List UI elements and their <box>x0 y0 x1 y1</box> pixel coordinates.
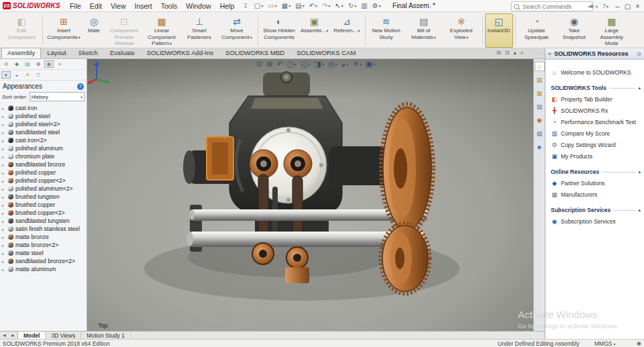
dropdown-caret-icon[interactable]: ▾ <box>360 62 362 66</box>
dropdown-caret-icon[interactable]: ▾ <box>466 36 468 40</box>
tab-solidworks-add-ins[interactable]: SOLIDWORKS Add-Ins <box>141 48 219 58</box>
displaymanager-tab-icon[interactable]: ◉ <box>44 60 54 68</box>
expand-arrow-icon[interactable]: ▸ <box>2 243 6 248</box>
undo-icon[interactable]: ↶ ▾ <box>309 3 317 9</box>
dimxpertmanager-tab-icon[interactable]: ⊕ <box>34 60 43 68</box>
solidworks-rx-link[interactable]: ╋ SOLIDWORKS Rx <box>551 107 641 114</box>
flyout-expand-icon[interactable]: » <box>55 60 64 68</box>
dropdown-caret-icon[interactable]: ▾ <box>308 62 310 66</box>
dropdown-caret-icon[interactable]: ▾ <box>354 3 356 8</box>
expand-arrow-icon[interactable]: ▸ <box>2 170 6 175</box>
dropdown-caret-icon[interactable]: ▾ <box>80 95 83 99</box>
close-button[interactable]: × <box>633 3 642 10</box>
appearance-item[interactable]: ▸ sandblasted steel <box>0 128 87 136</box>
appearance-item[interactable]: ▸ sandblasted bronze<2> <box>0 257 87 265</box>
expand-arrow-icon[interactable]: ▸ <box>2 114 6 119</box>
appearance-item[interactable]: ▸ brushed copper<2> <box>0 209 87 217</box>
dropdown-caret-icon[interactable]: ▾ <box>434 36 436 40</box>
dropdown-caret-icon[interactable]: ▾ <box>170 42 172 46</box>
dropdown-caret-icon[interactable]: ▾ <box>78 36 80 40</box>
appearance-item[interactable]: ▸ matte bronze<2> <box>0 241 87 249</box>
chevron-up-icon[interactable]: ▴ <box>638 85 641 91</box>
bill-of-materials-button[interactable]: ▤ Bill of Materials▾ <box>405 13 443 48</box>
expand-arrow-icon[interactable]: ▸ <box>2 122 6 127</box>
dropdown-caret-icon[interactable]: ▾ <box>322 62 324 66</box>
expand-arrow-icon[interactable]: ▸ <box>2 195 6 199</box>
expand-arrow-icon[interactable]: ▸ <box>2 154 6 159</box>
view-orientation-icon[interactable]: ◱ ▾ <box>301 60 310 68</box>
propertymanager-tab-icon[interactable]: ◈ <box>12 60 21 68</box>
expand-arrow-icon[interactable]: ▸ <box>2 106 6 111</box>
property-tab-builder-link[interactable]: ◧ Property Tab Builder <box>551 96 641 103</box>
appearance-item[interactable]: ▸ polished steel<2> <box>0 120 87 128</box>
tab-sketch[interactable]: Sketch <box>72 48 104 58</box>
expand-arrow-icon[interactable]: ▸ <box>2 267 6 272</box>
expand-arrow-icon[interactable]: ▸ <box>2 227 6 232</box>
file-explorer-tab-icon[interactable]: ▦ <box>535 89 545 98</box>
tab-scroll-right-icon[interactable]: ► <box>9 333 17 338</box>
appearance-item[interactable]: ▸ matte bronze <box>0 233 87 241</box>
show-hidden-components-button[interactable]: ◐ Show Hidden Components <box>260 13 298 48</box>
dropdown-caret-icon[interactable]: ▾ <box>303 3 305 8</box>
close-document-icon[interactable]: × <box>520 50 523 56</box>
update-speedpak-button[interactable]: ◔ Update Speedpak <box>518 13 555 48</box>
configurationmanager-tab-icon[interactable]: ▤ <box>23 60 32 68</box>
appearances-scenes-tab-icon[interactable]: ◉ <box>535 115 545 125</box>
dropdown-caret-icon[interactable]: ▾ <box>341 3 343 8</box>
dropdown-caret-icon[interactable]: ▾ <box>275 3 277 8</box>
linear-component-pattern-button[interactable]: ▦ Linear Component Pattern▾ <box>143 13 180 48</box>
partner-solutions-link[interactable]: ◆ Partner Solutions <box>551 180 641 187</box>
tab-layout[interactable]: Layout <box>41 48 72 58</box>
menu-item[interactable]: Edit <box>90 2 102 10</box>
expand-arrow-icon[interactable]: ▸ <box>2 138 6 143</box>
graphics-area[interactable]: ⊡ ⊞ ↶ ◫ ▾ ◱ ▾ ◨ <box>87 59 533 331</box>
edit-appearance-icon[interactable]: ◕ ▾ <box>341 60 349 68</box>
performance-benchmark-test-link[interactable]: ◔ Performance Benchmark Test <box>551 119 641 126</box>
menu-item[interactable]: Window <box>186 2 211 10</box>
subscription-services-link[interactable]: ◉ Subscription Services <box>551 218 641 225</box>
help-icon[interactable]: ? ▾ <box>602 3 608 9</box>
assembly-features-button[interactable]: ▣ Assembl...▾ <box>298 13 331 48</box>
assembly-3d-model[interactable] <box>87 59 533 331</box>
expand-arrow-icon[interactable]: ▸ <box>2 130 6 135</box>
expand-arrow-icon[interactable]: ▸ <box>2 235 6 240</box>
menu-item[interactable]: File <box>70 2 81 10</box>
appearance-item[interactable]: ▸ polished copper <box>0 168 87 177</box>
appearance-item[interactable]: ▸ satin finish stainless steel <box>0 225 87 233</box>
filter-icon[interactable]: ▽ <box>34 71 43 79</box>
tab-solidworks-mbd[interactable]: SOLIDWORKS MBD <box>219 48 290 58</box>
maximize-button[interactable]: ▢ <box>623 3 632 10</box>
appearance-item[interactable]: ▸ cast iron<2> <box>0 136 87 144</box>
appearance-item[interactable]: ▸ polished aluminum<2> <box>0 185 87 193</box>
status-icon[interactable]: ◉ <box>637 340 641 346</box>
previous-view-icon[interactable]: ↶ <box>276 60 282 68</box>
units-selector[interactable]: MMGS ▾ <box>594 340 615 347</box>
rebuild-icon[interactable]: ↻ ▾ <box>348 3 356 9</box>
section-view-icon[interactable]: ◫ ▾ <box>287 60 297 68</box>
take-snapshot-button[interactable]: ◉ Take Snapshot <box>555 13 593 48</box>
view-palette-tab-icon[interactable]: ▧ <box>535 102 545 111</box>
featuremanager-tree-tab-icon[interactable]: ⊛ <box>1 60 11 68</box>
expand-arrow-icon[interactable]: ▸ <box>2 162 6 167</box>
print-icon[interactable]: ▤ ▾ <box>295 3 304 9</box>
move-component-button[interactable]: ⇄ Move Component▾ <box>218 13 256 48</box>
menu-item[interactable]: View <box>111 2 126 10</box>
smart-fasteners-button[interactable]: ⊥ Smart Fasteners <box>180 13 218 48</box>
dropdown-caret-icon[interactable]: ▾ <box>328 3 330 8</box>
dropdown-caret-icon[interactable]: ▾ <box>596 4 598 9</box>
zoom-fit-icon[interactable]: ⊡ <box>256 60 262 68</box>
expand-arrow-icon[interactable]: ▸ <box>2 251 6 256</box>
zoom-area-icon[interactable]: ⊞ <box>266 60 272 68</box>
dropdown-caret-icon[interactable]: ▾ <box>250 36 252 40</box>
appearance-item[interactable]: ▸ brushed tungsten <box>0 193 87 201</box>
insert-components-button[interactable]: ⊞ Insert Components▾ <box>45 13 83 48</box>
appearance-item[interactable]: ▸ matte aluminum <box>0 265 87 273</box>
dropdown-caret-icon[interactable]: ▾ <box>294 62 297 66</box>
search-commands-box[interactable]: ▾ <box>511 1 593 11</box>
expand-arrow-icon[interactable]: ▸ <box>2 187 6 191</box>
redo-icon[interactable]: ↷ ▾ <box>322 3 330 9</box>
chevron-up-icon[interactable]: ▴ <box>638 207 641 213</box>
view-appearances-icon[interactable]: ● <box>1 71 11 79</box>
appearance-item[interactable]: ▸ brushed copper <box>0 201 87 209</box>
expand-arrow-icon[interactable]: ▸ <box>2 203 6 207</box>
